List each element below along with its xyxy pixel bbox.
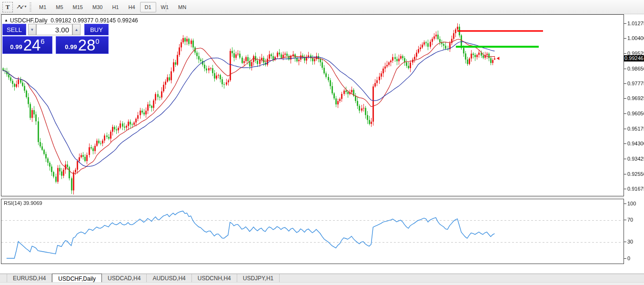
price-axis-label: 0.96050 bbox=[627, 111, 644, 116]
price-axis-label: 0.97775 bbox=[627, 81, 644, 86]
chart-ohlc-values: 0.99182 0.99377 0.99145 0.99246 bbox=[50, 17, 138, 24]
rsi-axis-tick bbox=[624, 242, 626, 242]
toolbar-separator bbox=[166, 2, 166, 12]
timeframe-button-d1[interactable]: D1 bbox=[140, 2, 156, 12]
rsi-axis-label: 100 bbox=[627, 201, 636, 206]
rsi-indicator-label: RSI(14) 39.9069 bbox=[4, 200, 42, 206]
price-axis-tick bbox=[624, 113, 626, 114]
price-axis-tick bbox=[624, 159, 626, 159]
price-axis-tick bbox=[624, 189, 626, 189]
price-axis-tick bbox=[624, 38, 626, 39]
timeframe-button-group: M1M5M15M30H1H4D1W1MN bbox=[34, 1, 191, 13]
toolbar-drag-handle[interactable] bbox=[30, 2, 31, 11]
buy-button[interactable]: BUY bbox=[84, 24, 109, 35]
price-axis-tick bbox=[624, 83, 626, 84]
timeframe-button-m5[interactable]: M5 bbox=[51, 2, 68, 12]
buy-price-pipette: 0 bbox=[95, 37, 99, 45]
chart-tab-usdcad-h4[interactable]: USDCAD,H4 bbox=[102, 274, 147, 282]
chart-tab-usdjpy-h1[interactable]: USDJPY,H1 bbox=[237, 274, 280, 282]
chart-tab-bar: EURUSD,H4USDCHF,DailyUSDCAD,H4AUDUSD,H4U… bbox=[0, 274, 644, 282]
rsi-axis-tick bbox=[624, 220, 626, 220]
price-axis-tick bbox=[624, 23, 626, 24]
sell-button[interactable]: SELL bbox=[2, 24, 26, 35]
price-axis-label: 1.01275 bbox=[627, 20, 644, 26]
price-axis-label: 0.98650 bbox=[627, 66, 644, 71]
volume-input[interactable] bbox=[36, 24, 72, 35]
buy-price-base: 0.99 bbox=[65, 43, 77, 51]
price-axis-label: 0.92550 bbox=[627, 171, 644, 177]
rsi-axis-label: 0 bbox=[627, 255, 630, 261]
pane-splitter[interactable] bbox=[1, 197, 624, 198]
current-price-tag: 0.99246 bbox=[624, 55, 644, 61]
timeframe-button-m1[interactable]: M1 bbox=[34, 2, 51, 12]
rsi-axis-label: 30 bbox=[627, 239, 633, 244]
sell-price-button[interactable]: 0.99 24 6 bbox=[2, 36, 52, 54]
sell-price-pipette: 6 bbox=[40, 37, 44, 45]
arrow-tool-dropdown-caret-icon[interactable]: ▼ bbox=[24, 5, 27, 8]
price-axis-label: 0.96925 bbox=[627, 95, 644, 101]
timeframe-button-w1[interactable]: W1 bbox=[156, 2, 174, 12]
chart-title: ▲USDCHF,Daily 0.99182 0.99377 0.99145 0.… bbox=[4, 17, 138, 24]
sell-price-big-digits: 24 bbox=[23, 38, 41, 52]
price-axis-label: 0.95175 bbox=[627, 126, 644, 132]
rsi-axis-label: 70 bbox=[627, 217, 633, 223]
timeframe-button-h4[interactable]: H4 bbox=[123, 2, 140, 12]
price-axis-tick bbox=[624, 69, 626, 69]
chart-tab-audusd-h4[interactable]: AUDUSD,H4 bbox=[147, 274, 191, 282]
volume-increase-button[interactable]: ▲ bbox=[72, 24, 80, 35]
trade-panel-top-row: SELL ▼ ▲ BUY bbox=[2, 24, 109, 35]
arrow-objects-tool-icon[interactable]: ↗↙ bbox=[15, 2, 24, 11]
price-axis-label: 0.93425 bbox=[627, 156, 644, 162]
text-label-tool-icon[interactable]: T bbox=[2, 2, 13, 12]
timeframe-button-m15[interactable]: M15 bbox=[68, 2, 88, 12]
timeframe-button-h1[interactable]: H1 bbox=[107, 2, 123, 12]
status-bar bbox=[0, 282, 644, 285]
rsi-axis-tick bbox=[624, 258, 626, 259]
rsi-axis-tick bbox=[624, 204, 626, 204]
buy-price-big-digits: 28 bbox=[78, 38, 96, 52]
volume-decrease-button[interactable]: ▼ bbox=[28, 24, 36, 35]
price-axis-tick bbox=[624, 129, 626, 129]
price-axis-label: 0.94300 bbox=[627, 141, 644, 146]
price-axis-tick bbox=[624, 143, 626, 144]
chart-tab-usdcnh-h4[interactable]: USDCNH,H4 bbox=[192, 274, 237, 282]
chart-tab-eurusd-h4[interactable]: EURUSD,H4 bbox=[7, 274, 52, 282]
chart-symbol-label: USDCHF,Daily bbox=[10, 17, 48, 24]
toolbar: T ↗↙ ▼ M1M5M15M30H1H4D1W1MN bbox=[0, 0, 644, 14]
price-axis-tick bbox=[624, 174, 626, 174]
buy-price-button[interactable]: 0.99 28 0 bbox=[56, 36, 109, 54]
chart-tab-usdchf-daily[interactable]: USDCHF,Daily bbox=[52, 274, 102, 282]
price-axis-tick bbox=[624, 53, 626, 54]
tick-up-icon: ▲ bbox=[4, 18, 8, 22]
timeframe-button-m30[interactable]: M30 bbox=[88, 2, 107, 12]
price-axis-tick bbox=[624, 98, 626, 99]
sell-price-base: 0.99 bbox=[10, 43, 22, 51]
price-axis-label: 0.91675 bbox=[627, 186, 644, 192]
price-axis-label: 1.00400 bbox=[627, 35, 644, 41]
timeframe-button-mn[interactable]: MN bbox=[173, 2, 191, 12]
trading-terminal-window: T ↗↙ ▼ M1M5M15M30H1H4D1W1MN ▲USDCHF,Dail… bbox=[0, 0, 644, 285]
one-click-trading-panel: SELL ▼ ▲ BUY 0.99 24 6 0.99 28 0 bbox=[2, 24, 109, 54]
